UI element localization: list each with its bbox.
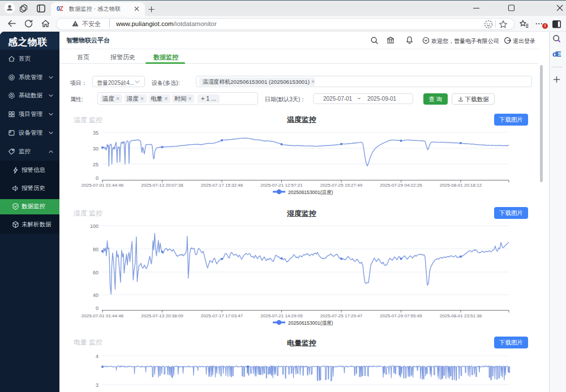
- svg-text:2025-07-13 20:07:38: 2025-07-13 20:07:38: [141, 183, 183, 188]
- svg-text:2025-07-17 17:03:47: 2025-07-17 17:03:47: [201, 313, 243, 318]
- svg-text:0: 0: [96, 305, 98, 311]
- svg-text:2025-07-25 17:29:47: 2025-07-25 17:29:47: [320, 313, 363, 318]
- svg-text:4: 4: [96, 354, 98, 359]
- svg-text:80: 80: [93, 247, 98, 252]
- svg-text:2025-08-01 23:51:36: 2025-08-01 23:51:36: [440, 313, 482, 318]
- svg-text:2025-07-21 14:29:05: 2025-07-21 14:29:05: [260, 313, 303, 318]
- svg-text:35: 35: [93, 130, 98, 136]
- svg-text:60: 60: [93, 270, 98, 275]
- svg-text:30: 30: [93, 146, 98, 152]
- svg-text:2025-08-01 20:18:12: 2025-08-01 20:18:12: [440, 183, 482, 188]
- svg-text:2025-07-29 07:55:45: 2025-07-29 07:55:45: [380, 313, 422, 318]
- svg-text:2025-07-21 12:57:21: 2025-07-21 12:57:21: [260, 183, 303, 188]
- svg-text:3: 3: [96, 382, 98, 388]
- svg-text:202506153001(温度): 202506153001(温度): [288, 189, 333, 195]
- svg-text:2025-07-13 20:38:09: 2025-07-13 20:38:09: [141, 313, 183, 318]
- svg-text:2025-07-01 01:44:46: 2025-07-01 01:44:46: [82, 183, 124, 188]
- svg-text:100: 100: [90, 223, 98, 229]
- svg-text:2025-07-25 15:27:49: 2025-07-25 15:27:49: [320, 183, 363, 188]
- svg-text:2025-07-29 04:22:26: 2025-07-29 04:22:26: [380, 183, 422, 188]
- svg-text:25: 25: [93, 162, 98, 167]
- svg-text:40: 40: [93, 292, 98, 298]
- svg-text:2025-07-01 01:44:46: 2025-07-01 01:44:46: [82, 313, 124, 318]
- svg-text:202506153001(湿度): 202506153001(湿度): [288, 320, 333, 326]
- svg-text:0: 0: [96, 175, 98, 181]
- svg-text:2025-07-17 15:32:46: 2025-07-17 15:32:46: [201, 183, 243, 188]
